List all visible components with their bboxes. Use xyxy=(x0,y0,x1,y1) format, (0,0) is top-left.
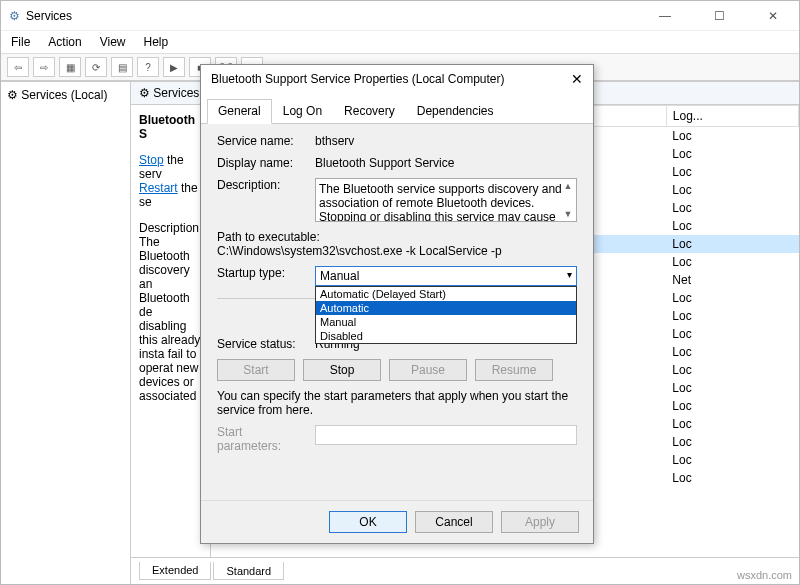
scroll-down-icon[interactable]: ▼ xyxy=(562,209,574,219)
help-button[interactable]: ? xyxy=(137,57,159,77)
description-box[interactable]: The Bluetooth service supports discovery… xyxy=(315,178,577,222)
display-name-label: Display name: xyxy=(217,156,307,170)
restart-link[interactable]: Restart xyxy=(139,181,178,195)
back-button[interactable]: ⇦ xyxy=(7,57,29,77)
watermark: wsxdn.com xyxy=(737,569,792,581)
tab-extended[interactable]: Extended xyxy=(139,562,211,580)
menu-file[interactable]: File xyxy=(11,35,30,49)
start-params-label: Start parameters: xyxy=(217,425,307,453)
dropdown-option[interactable]: Disabled xyxy=(316,329,576,343)
service-name-value: bthserv xyxy=(315,134,354,148)
gear-icon: ⚙ xyxy=(9,9,20,23)
dropdown-option[interactable]: Automatic (Delayed Start) xyxy=(316,287,576,301)
menu-view[interactable]: View xyxy=(100,35,126,49)
tree-pane: ⚙ Services (Local) xyxy=(1,82,131,584)
cancel-button[interactable]: Cancel xyxy=(415,511,493,533)
maximize-button[interactable]: ☐ xyxy=(701,9,737,23)
menu-action[interactable]: Action xyxy=(48,35,81,49)
tab-recovery[interactable]: Recovery xyxy=(333,99,406,123)
titlebar[interactable]: ⚙ Services — ☐ ✕ xyxy=(1,1,799,31)
resume-button[interactable]: Resume xyxy=(475,359,553,381)
ok-button[interactable]: OK xyxy=(329,511,407,533)
description-label: Description: xyxy=(217,178,307,192)
dropdown-option[interactable]: Manual xyxy=(316,315,576,329)
bottom-tabs: Extended Standard xyxy=(131,557,799,584)
tab-dependencies[interactable]: Dependencies xyxy=(406,99,505,123)
selected-service-name: Bluetooth S xyxy=(139,113,195,141)
startup-type-label: Startup type: xyxy=(217,266,307,280)
startup-type-select[interactable]: Manual xyxy=(315,266,577,286)
close-button[interactable]: ✕ xyxy=(755,9,791,23)
stop-link[interactable]: Stop xyxy=(139,153,164,167)
scroll-up-icon[interactable]: ▲ xyxy=(562,181,574,191)
detail-pane: Bluetooth S Stop the serv Restart the se… xyxy=(131,105,211,557)
display-name-value: Bluetooth Support Service xyxy=(315,156,454,170)
apply-button[interactable]: Apply xyxy=(501,511,579,533)
start-params-input[interactable] xyxy=(315,425,577,445)
tree-root[interactable]: ⚙ Services (Local) xyxy=(7,88,124,102)
view-header-label: Services xyxy=(153,86,199,100)
dropdown-option[interactable]: Automatic xyxy=(316,301,576,315)
refresh-button[interactable]: ⟳ xyxy=(85,57,107,77)
start-button[interactable]: Start xyxy=(217,359,295,381)
startup-type-dropdown[interactable]: Automatic (Delayed Start)AutomaticManual… xyxy=(315,286,577,344)
forward-button[interactable]: ⇨ xyxy=(33,57,55,77)
tab-logon[interactable]: Log On xyxy=(272,99,333,123)
menubar: File Action View Help xyxy=(1,31,799,54)
tree-root-label: Services (Local) xyxy=(21,88,107,102)
dialog-title: Bluetooth Support Service Properties (Lo… xyxy=(211,72,571,86)
pause-button[interactable]: Pause xyxy=(389,359,467,381)
dialog-close-button[interactable]: ✕ xyxy=(571,71,583,87)
tab-standard[interactable]: Standard xyxy=(213,561,284,580)
service-name-label: Service name: xyxy=(217,134,307,148)
path-value: C:\Windows\system32\svchost.exe -k Local… xyxy=(217,244,577,258)
start-service-button[interactable]: ▶ xyxy=(163,57,185,77)
minimize-button[interactable]: — xyxy=(647,9,683,23)
description-value: The Bluetooth service supports discovery… xyxy=(319,182,562,222)
col-log[interactable]: Log... xyxy=(666,106,798,127)
description-text: The Bluetooth discovery an Bluetooth de … xyxy=(139,235,200,403)
service-status-label: Service status: xyxy=(217,337,307,351)
tab-general[interactable]: General xyxy=(207,99,272,124)
menu-help[interactable]: Help xyxy=(144,35,169,49)
params-hint: You can specify the start parameters tha… xyxy=(217,389,577,417)
window-title: Services xyxy=(26,9,647,23)
show-hide-button[interactable]: ▦ xyxy=(59,57,81,77)
stop-button[interactable]: Stop xyxy=(303,359,381,381)
description-heading: Description: xyxy=(139,221,202,235)
path-label: Path to executable: xyxy=(217,230,577,244)
properties-dialog: Bluetooth Support Service Properties (Lo… xyxy=(200,64,594,544)
export-button[interactable]: ▤ xyxy=(111,57,133,77)
dialog-titlebar[interactable]: Bluetooth Support Service Properties (Lo… xyxy=(201,65,593,93)
